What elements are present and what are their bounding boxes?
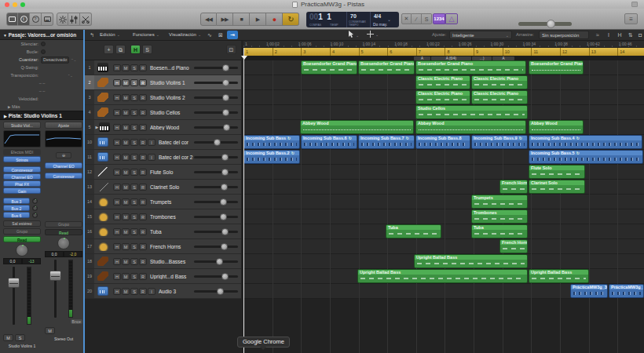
track-s-button[interactable]: S <box>130 258 138 265</box>
track-inspector-header[interactable]: ▶ Pista: Studio Violins 1 <box>0 111 84 120</box>
region[interactable]: Upright Ballad Bass <box>529 269 589 283</box>
lcd-display[interactable]: 001 1 COMPÁS TIEMP 70 CONSERVAR TEMPO 4/… <box>306 12 399 27</box>
region[interactable]: Incoming Sub Bass.9↻ <box>471 135 528 149</box>
solo-tracks-button[interactable]: S <box>142 45 152 54</box>
volume-value[interactable]: 0,0 <box>3 258 22 264</box>
close-button[interactable] <box>5 2 9 7</box>
track-s-button[interactable]: S <box>130 213 138 220</box>
track-header-row[interactable]: 15HMSRTrombones <box>85 209 241 224</box>
no-input-button[interactable]: ✕ <box>401 13 412 24</box>
insert-slot[interactable]: Gain <box>3 187 41 194</box>
track-m-button[interactable]: M <box>122 228 130 235</box>
disclosure-right-icon[interactable]: ▶ <box>96 125 99 129</box>
track-m-button[interactable]: M <box>122 243 130 250</box>
track-r-button[interactable]: R <box>139 64 147 71</box>
list-editors-button[interactable]: ≡ <box>624 13 638 24</box>
play-button[interactable]: ▶ <box>250 13 266 26</box>
region[interactable]: Incoming Sub Bass.8 <box>415 135 470 149</box>
master-volume-slider[interactable] <box>518 22 572 26</box>
strip-mute-button[interactable]: M <box>3 334 13 341</box>
track-h-button[interactable]: H <box>113 213 121 220</box>
inspector-toggle-button[interactable]: i <box>18 13 30 26</box>
region[interactable]: Trumpets <box>471 195 528 209</box>
track-header-row[interactable]: 17HMSRFrench Horns <box>85 239 241 254</box>
track-header-row[interactable]: 18HMSRStudio...Basses <box>85 254 241 269</box>
group-slot[interactable]: Grupo <box>3 228 41 235</box>
library-toggle-button[interactable] <box>6 13 18 26</box>
insert-slot[interactable]: Compressor <box>45 173 82 179</box>
slider-knob[interactable] <box>220 198 227 206</box>
track-h-button[interactable]: H <box>113 258 121 265</box>
track-r-button[interactable]: R <box>139 228 147 235</box>
slider-knob[interactable] <box>221 184 228 191</box>
region[interactable]: Flute Solo <box>529 165 585 179</box>
instrument-slot[interactable]: Strings <box>3 156 41 162</box>
strip-solo-button[interactable]: S <box>15 334 25 341</box>
menu-view[interactable]: Visualización⌄ <box>166 31 203 39</box>
cycle-region[interactable]: 1234567891011121314 <box>243 48 644 56</box>
automation-mode-button[interactable]: Read <box>3 236 41 242</box>
region[interactable]: Abbey Wood <box>529 120 584 134</box>
region[interactable]: Boesendorfer Grand Piano <box>358 60 415 75</box>
send-knob[interactable] <box>32 206 38 211</box>
replace-button[interactable]: ⁄ <box>412 13 422 24</box>
track-h-button[interactable]: H <box>113 64 121 71</box>
track-volume-slider[interactable] <box>194 139 238 146</box>
snap-dropdown[interactable]: Inteligente⌄ <box>449 31 512 39</box>
track-r-button[interactable]: R <box>139 213 147 220</box>
slider-knob[interactable] <box>217 288 224 295</box>
bounce-button[interactable]: Bnce <box>71 319 82 324</box>
peak-value[interactable]: -2,0 <box>64 251 82 257</box>
channel-setting-button[interactable]: Studio Viol... <box>3 122 41 129</box>
master-volume-knob[interactable] <box>547 20 555 28</box>
region[interactable]: Classic Electric Piano <box>415 75 470 89</box>
group-slot[interactable]: Grupo <box>45 221 82 227</box>
track-s-button[interactable]: S <box>130 184 138 191</box>
send-slot[interactable]: Bus 6 <box>3 212 30 218</box>
strip-mute-button[interactable]: M <box>45 327 55 334</box>
arrangement-marker[interactable]: A <box>492 56 514 60</box>
track-volume-slider[interactable] <box>194 198 238 206</box>
track-header-row[interactable]: 2HMSRStudio Violins 1 <box>85 75 241 90</box>
region[interactable]: Incoming Sub Bass.5↻ <box>529 150 643 164</box>
flex-icon[interactable]: ⊠ <box>215 31 226 39</box>
insert-slot[interactable]: Compressor <box>3 166 41 173</box>
minimize-button[interactable] <box>13 2 17 7</box>
pan-knob[interactable] <box>16 244 28 257</box>
track-s-button[interactable]: S <box>130 64 138 71</box>
ruler[interactable]: 11:00:021:00:061:00:101:00:141:00:181:00… <box>243 41 644 60</box>
region[interactable]: Clarinet Solo <box>529 180 585 194</box>
track-m-button[interactable]: M <box>122 94 130 101</box>
track-header-row[interactable]: 10HMSRIBatec del cor <box>85 135 241 150</box>
eq-thumbnail[interactable] <box>3 130 41 147</box>
track-i-button[interactable]: I <box>148 288 156 295</box>
smart-controls-button[interactable] <box>57 13 68 26</box>
track-h-button[interactable]: H <box>113 198 121 206</box>
track-s-button[interactable]: S <box>130 94 138 101</box>
region[interactable]: Boesendorfer Grand Piano <box>529 60 584 75</box>
track-h-button[interactable]: H <box>113 228 121 235</box>
track-s-button[interactable]: S <box>130 124 138 131</box>
toolbar-toggle-button[interactable]: ▬ <box>42 13 53 26</box>
track-volume-slider[interactable] <box>194 169 238 176</box>
track-r-button[interactable]: R <box>139 169 147 176</box>
region[interactable]: French Horns <box>499 180 528 194</box>
track-volume-slider[interactable] <box>194 213 238 220</box>
zoom-button[interactable] <box>20 2 25 7</box>
region[interactable]: Incoming Sub Bass.6↻ <box>301 135 357 149</box>
record-button[interactable]: ● <box>266 13 283 26</box>
insert-slot[interactable]: Channel EQ <box>3 173 41 180</box>
quantize-dropdown[interactable]: Desactivado <box>41 56 69 64</box>
send-knob[interactable] <box>32 198 38 204</box>
track-header-row[interactable]: 13HMSRClarinet Solo <box>85 180 241 195</box>
editors-button[interactable] <box>80 13 92 26</box>
track-volume-slider[interactable] <box>194 154 238 161</box>
lcd-chevron-icon[interactable]: ⌄ <box>387 16 391 22</box>
track-r-button[interactable]: R <box>139 109 147 116</box>
track-volume-slider[interactable] <box>194 109 238 116</box>
track-r-button[interactable]: R <box>139 139 147 146</box>
track-s-button[interactable]: S <box>130 169 138 176</box>
menu-functions[interactable]: Funciones⌄ <box>130 31 162 39</box>
region[interactable]: Boesendorfer Grand Piano <box>301 60 357 75</box>
slider-knob[interactable] <box>220 213 227 220</box>
